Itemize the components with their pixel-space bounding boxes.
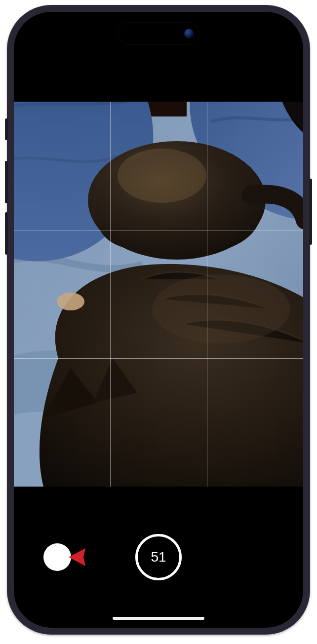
home-indicator[interactable]	[113, 617, 204, 620]
burst-drag-target[interactable]	[43, 543, 71, 571]
camera-viewfinder[interactable]	[14, 102, 303, 487]
svg-point-4	[152, 274, 290, 343]
svg-point-3	[118, 149, 206, 203]
shutter-button[interactable]: 51	[135, 534, 182, 580]
volume-down-button	[5, 212, 8, 255]
svg-point-5	[57, 293, 84, 310]
screen: 51	[14, 12, 303, 628]
front-camera-icon	[184, 29, 194, 38]
burst-count-label: 51	[151, 549, 166, 565]
scene-illustration	[14, 102, 303, 487]
iphone-frame: 51	[7, 5, 310, 635]
shutter-track: 51	[14, 532, 303, 582]
annotation-arrow-icon	[67, 545, 146, 569]
viewfinder-photo	[14, 102, 303, 487]
volume-up-button	[5, 161, 8, 203]
power-button	[309, 179, 312, 245]
camera-controls: 51	[14, 520, 303, 594]
silence-switch	[5, 118, 8, 140]
